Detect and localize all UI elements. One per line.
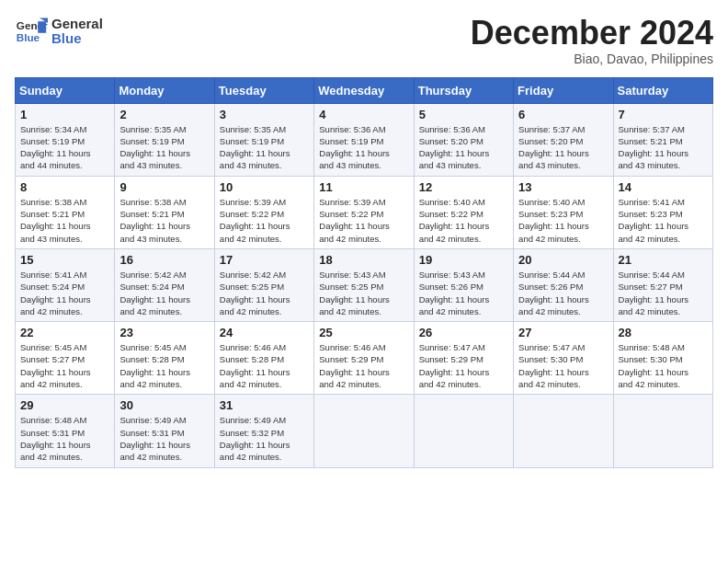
day-info: Sunrise: 5:47 AMSunset: 5:30 PMDaylight:… <box>518 341 608 390</box>
day-info: Sunrise: 5:39 AMSunset: 5:22 PMDaylight:… <box>220 196 309 245</box>
week-row-2: 8Sunrise: 5:38 AMSunset: 5:21 PMDaylight… <box>16 176 713 248</box>
calendar-cell: 12Sunrise: 5:40 AMSunset: 5:22 PMDayligh… <box>414 176 513 248</box>
day-number: 4 <box>319 108 408 121</box>
day-info: Sunrise: 5:37 AMSunset: 5:21 PMDaylight:… <box>619 123 708 172</box>
day-info: Sunrise: 5:38 AMSunset: 5:21 PMDaylight:… <box>119 196 209 245</box>
day-number: 20 <box>518 253 608 267</box>
calendar-table: SundayMondayTuesdayWednesdayThursdayFrid… <box>15 77 713 468</box>
calendar-cell <box>414 395 513 467</box>
header-friday: Friday <box>514 77 613 103</box>
day-number: 18 <box>319 253 408 267</box>
title-block: December 2024 Biao, Davao, Philippines <box>471 15 713 66</box>
day-info: Sunrise: 5:40 AMSunset: 5:22 PMDaylight:… <box>419 196 508 245</box>
day-info: Sunrise: 5:44 AMSunset: 5:27 PMDaylight:… <box>619 269 708 317</box>
header-tuesday: Tuesday <box>214 77 313 103</box>
day-number: 29 <box>20 398 109 412</box>
calendar-cell: 23Sunrise: 5:45 AMSunset: 5:28 PMDayligh… <box>115 322 214 395</box>
calendar-cell: 21Sunrise: 5:44 AMSunset: 5:27 PMDayligh… <box>613 248 712 321</box>
day-info: Sunrise: 5:42 AMSunset: 5:24 PMDaylight:… <box>119 269 209 317</box>
day-number: 14 <box>619 180 708 194</box>
header-wednesday: Wednesday <box>314 77 414 103</box>
day-info: Sunrise: 5:41 AMSunset: 5:23 PMDaylight:… <box>619 196 708 245</box>
day-number: 25 <box>319 326 408 339</box>
day-info: Sunrise: 5:35 AMSunset: 5:19 PMDaylight:… <box>119 123 209 172</box>
calendar-cell: 17Sunrise: 5:42 AMSunset: 5:25 PMDayligh… <box>214 248 313 321</box>
calendar-cell: 22Sunrise: 5:45 AMSunset: 5:27 PMDayligh… <box>16 322 115 395</box>
calendar-cell: 19Sunrise: 5:43 AMSunset: 5:26 PMDayligh… <box>414 248 513 321</box>
calendar-cell: 13Sunrise: 5:40 AMSunset: 5:23 PMDayligh… <box>514 176 613 248</box>
calendar-cell: 8Sunrise: 5:38 AMSunset: 5:21 PMDaylight… <box>16 176 115 248</box>
week-row-4: 22Sunrise: 5:45 AMSunset: 5:27 PMDayligh… <box>16 322 713 395</box>
day-info: Sunrise: 5:46 AMSunset: 5:29 PMDaylight:… <box>319 341 408 390</box>
day-info: Sunrise: 5:36 AMSunset: 5:19 PMDaylight:… <box>319 123 408 172</box>
calendar-cell: 18Sunrise: 5:43 AMSunset: 5:25 PMDayligh… <box>314 248 414 321</box>
calendar-cell: 30Sunrise: 5:49 AMSunset: 5:31 PMDayligh… <box>115 395 214 467</box>
calendar-cell: 2Sunrise: 5:35 AMSunset: 5:19 PMDaylight… <box>115 103 214 176</box>
day-info: Sunrise: 5:40 AMSunset: 5:23 PMDaylight:… <box>518 196 608 245</box>
day-number: 19 <box>419 253 508 267</box>
logo-blue: Blue <box>51 31 103 47</box>
day-info: Sunrise: 5:45 AMSunset: 5:28 PMDaylight:… <box>119 341 209 390</box>
day-info: Sunrise: 5:42 AMSunset: 5:25 PMDaylight:… <box>220 269 309 317</box>
calendar-cell: 7Sunrise: 5:37 AMSunset: 5:21 PMDaylight… <box>613 103 712 176</box>
day-number: 10 <box>220 180 309 194</box>
day-number: 5 <box>419 108 508 121</box>
page-header: General Blue General Blue December 2024 … <box>15 15 713 66</box>
day-info: Sunrise: 5:43 AMSunset: 5:26 PMDaylight:… <box>419 269 508 317</box>
day-number: 3 <box>220 108 309 121</box>
day-info: Sunrise: 5:49 AMSunset: 5:31 PMDaylight:… <box>119 414 209 463</box>
day-info: Sunrise: 5:48 AMSunset: 5:31 PMDaylight:… <box>20 414 109 463</box>
day-number: 17 <box>220 253 309 267</box>
calendar-cell <box>514 395 613 467</box>
day-info: Sunrise: 5:36 AMSunset: 5:20 PMDaylight:… <box>419 123 508 172</box>
week-row-3: 15Sunrise: 5:41 AMSunset: 5:24 PMDayligh… <box>16 248 713 321</box>
day-number: 7 <box>619 108 708 121</box>
day-number: 2 <box>119 108 209 121</box>
day-info: Sunrise: 5:39 AMSunset: 5:22 PMDaylight:… <box>319 196 408 245</box>
svg-text:Blue: Blue <box>17 31 40 43</box>
logo-general: General <box>51 17 103 32</box>
calendar-cell: 11Sunrise: 5:39 AMSunset: 5:22 PMDayligh… <box>314 176 414 248</box>
calendar-cell: 28Sunrise: 5:48 AMSunset: 5:30 PMDayligh… <box>613 322 712 395</box>
day-number: 28 <box>619 326 708 339</box>
header-sunday: Sunday <box>16 77 115 103</box>
day-number: 12 <box>419 180 508 194</box>
week-row-5: 29Sunrise: 5:48 AMSunset: 5:31 PMDayligh… <box>16 395 713 467</box>
day-number: 21 <box>619 253 708 267</box>
day-info: Sunrise: 5:35 AMSunset: 5:19 PMDaylight:… <box>220 123 309 172</box>
header-saturday: Saturday <box>613 77 712 103</box>
calendar-cell: 9Sunrise: 5:38 AMSunset: 5:21 PMDaylight… <box>115 176 214 248</box>
calendar-cell: 29Sunrise: 5:48 AMSunset: 5:31 PMDayligh… <box>16 395 115 467</box>
calendar-cell <box>613 395 712 467</box>
day-number: 23 <box>119 326 209 339</box>
svg-marker-2 <box>38 21 46 33</box>
calendar-cell: 26Sunrise: 5:47 AMSunset: 5:29 PMDayligh… <box>414 322 513 395</box>
day-number: 30 <box>119 398 209 412</box>
calendar-cell: 20Sunrise: 5:44 AMSunset: 5:26 PMDayligh… <box>514 248 613 321</box>
calendar-header-row: SundayMondayTuesdayWednesdayThursdayFrid… <box>16 77 713 103</box>
day-info: Sunrise: 5:44 AMSunset: 5:26 PMDaylight:… <box>518 269 608 317</box>
calendar-cell: 14Sunrise: 5:41 AMSunset: 5:23 PMDayligh… <box>613 176 712 248</box>
day-number: 1 <box>20 108 109 121</box>
day-number: 6 <box>518 108 608 121</box>
day-info: Sunrise: 5:48 AMSunset: 5:30 PMDaylight:… <box>619 341 708 390</box>
day-info: Sunrise: 5:49 AMSunset: 5:32 PMDaylight:… <box>220 414 309 463</box>
day-info: Sunrise: 5:38 AMSunset: 5:21 PMDaylight:… <box>20 196 109 245</box>
calendar-cell: 24Sunrise: 5:46 AMSunset: 5:28 PMDayligh… <box>214 322 313 395</box>
week-row-1: 1Sunrise: 5:34 AMSunset: 5:19 PMDaylight… <box>16 103 713 176</box>
day-number: 15 <box>20 253 109 267</box>
calendar-cell: 6Sunrise: 5:37 AMSunset: 5:20 PMDaylight… <box>514 103 613 176</box>
location: Biao, Davao, Philippines <box>471 52 713 66</box>
day-info: Sunrise: 5:46 AMSunset: 5:28 PMDaylight:… <box>220 341 309 390</box>
header-monday: Monday <box>115 77 214 103</box>
day-info: Sunrise: 5:43 AMSunset: 5:25 PMDaylight:… <box>319 269 408 317</box>
day-number: 22 <box>20 326 109 339</box>
calendar-cell: 3Sunrise: 5:35 AMSunset: 5:19 PMDaylight… <box>214 103 313 176</box>
day-info: Sunrise: 5:41 AMSunset: 5:24 PMDaylight:… <box>20 269 109 317</box>
day-number: 8 <box>20 180 109 194</box>
day-info: Sunrise: 5:47 AMSunset: 5:29 PMDaylight:… <box>419 341 508 390</box>
day-number: 27 <box>518 326 608 339</box>
calendar-cell: 5Sunrise: 5:36 AMSunset: 5:20 PMDaylight… <box>414 103 513 176</box>
day-info: Sunrise: 5:45 AMSunset: 5:27 PMDaylight:… <box>20 341 109 390</box>
month-year: December 2024 <box>471 15 713 52</box>
